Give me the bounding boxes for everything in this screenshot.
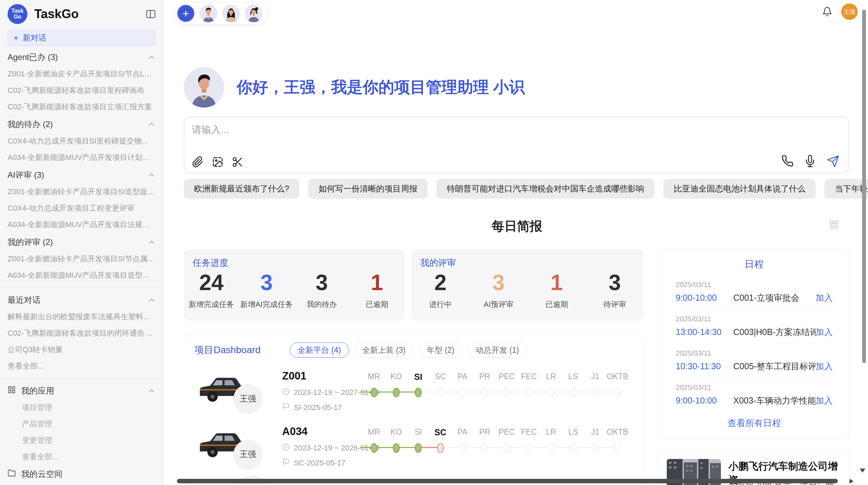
sidebar-item[interactable]: A034-全新新能源MUV产品开发项目造型可行性评审 [0, 267, 163, 284]
add-member-button[interactable]: + [177, 4, 195, 22]
view-all-schedule-link[interactable]: 查看所有日程 [676, 417, 833, 429]
join-link[interactable]: 加入 [816, 326, 833, 338]
milestone-label: KO [390, 427, 402, 437]
milestone-node [415, 443, 422, 453]
chevron-up-icon[interactable] [147, 296, 156, 304]
sidebar-item[interactable]: C02-飞腾新能源轻客改款项目里程碑画布 [0, 82, 163, 99]
dashboard-tab[interactable]: 动总开发 (1) [468, 343, 527, 358]
milestone-label: PEC [499, 372, 515, 381]
topbar-right: 王强 [822, 3, 858, 20]
suggestion-chip[interactable]: 如何写一份清晰的项目周报 [308, 179, 427, 199]
chevron-up-icon[interactable] [147, 120, 156, 128]
milestone-node [437, 443, 444, 453]
phone-icon[interactable] [781, 155, 794, 168]
sidebar-item[interactable]: 产品管理 [0, 416, 163, 432]
sidebar-item[interactable]: Z001-全新燃油轻卡产品开发项目SI节点属性5D文件评审 [0, 251, 163, 267]
group-title: 我的待办 (2) [8, 119, 53, 130]
user-avatar[interactable]: 王强 [841, 3, 858, 20]
sidebar-item[interactable]: C02-飞腾新能源轻客改款项目立项汇报方案 [0, 99, 163, 115]
sidebar-item[interactable]: 解释最新出台的欧盟报废车法规再生塑料比例被调至15%... [0, 309, 163, 325]
schedule-event: 2025/03/1110:30-11:30C005-整车工程目标评审加入 [676, 344, 833, 378]
image-attach-icon[interactable] [212, 156, 224, 168]
sidebar-item[interactable]: A034-全新新能源MUV产品开发项目计划变更表编写 [0, 149, 163, 166]
chevron-up-icon[interactable] [147, 238, 156, 246]
chevron-up-icon[interactable] [147, 53, 156, 61]
sidebar-item-award-icon[interactable]: 我的收藏 [0, 483, 163, 485]
event-title: X003-车辆动力学性能验... [733, 395, 816, 406]
sidebar-group: 最近对话解释最新出台的欧盟报废车法规再生塑料比例被调至15%...C02-飞腾新… [0, 291, 163, 374]
scroll-right-arrow[interactable] [849, 479, 854, 484]
send-icon[interactable] [827, 155, 840, 168]
sidebar-item[interactable]: 变更管理 [0, 432, 163, 449]
milestone-timeline: MRKOSISCPAPRPECFECLRLSJ1OKTB [374, 372, 617, 410]
sidebar-item[interactable]: A034-全新新能源MUV产品开发项目法规符合性评审 [0, 216, 163, 233]
dashboard-tab[interactable]: 年型 (2) [419, 343, 462, 358]
stat-label: 新增AI完成任务 [239, 299, 294, 310]
join-link[interactable]: 加入 [816, 292, 833, 303]
sidebar-item[interactable]: Z001-全新燃油轻卡产品开发项目SI造型提交物评审 [0, 184, 163, 200]
sidebar-group-header[interactable]: AI评审 (3) [0, 166, 163, 184]
suggestion-chip[interactable]: 比亚迪全固态电池计划具体说了什么 [663, 179, 816, 199]
join-link[interactable]: 加入 [816, 395, 833, 406]
suggestion-chip[interactable]: 特朗普可能对进口汽车增税会对中国车企造成哪些影响 [436, 179, 654, 199]
project-row[interactable]: 王强Z0012023-12-19 ~ 2027-01-19SI-2025-05-… [184, 367, 643, 419]
schedule-title: 日程 [676, 258, 833, 271]
member-avatar[interactable] [222, 4, 240, 22]
sidebar-group-header[interactable]: 最近对话 [0, 291, 163, 309]
member-avatar[interactable] [245, 4, 263, 22]
member-avatar[interactable] [200, 4, 217, 22]
suggestion-chip[interactable]: 欧洲新规最近颁布了什么? [184, 179, 299, 199]
new-chat-button[interactable]: + 新对话 [8, 29, 156, 46]
sidebar-item[interactable]: 查看全部... [0, 449, 163, 465]
scroll-down-arrow[interactable] [860, 469, 865, 473]
stat-card-title: 任务进度 [193, 257, 228, 269]
event-title: C003|H0B-方案冻结评审 [733, 326, 816, 338]
chevron-up-icon[interactable] [147, 171, 156, 179]
event-time: 9:00-10:00 [676, 396, 733, 406]
stat-label: 已逾期 [528, 299, 586, 310]
sidebar-item[interactable]: C02-飞腾新能源轻客改款项目的闭环通告反馈情况 [0, 325, 163, 341]
event-date: 2025/03/11 [676, 315, 833, 323]
stat: 3AI预评审 [470, 271, 528, 310]
composer-actions [781, 155, 840, 168]
project-row[interactable]: 王强A0342023-12-19 ~ 2026-01-19SC-2025-05-… [184, 423, 643, 474]
paperclip-icon[interactable] [192, 156, 204, 168]
microphone-icon[interactable] [804, 155, 816, 168]
dashboard-tab[interactable]: 全新平台 (4) [290, 343, 349, 358]
stat-label: 待评审 [586, 299, 644, 310]
sidebar-collapse-icon[interactable] [145, 9, 156, 20]
sidebar-group-header[interactable]: 我的应用 [0, 382, 163, 399]
stat-label: 已逾期 [349, 299, 405, 310]
sidebar-item-folder-icon[interactable]: 我的云空间 [0, 465, 163, 483]
sidebar-item[interactable]: 查看全部... [0, 358, 163, 374]
sidebar: Task Go TaskGo + 新对话 Agent已办 (3)Z001-全新燃… [0, 0, 164, 485]
project-dates: 2023-12-19 ~ 2026-01-19 [294, 444, 379, 452]
notification-bell-icon[interactable] [822, 7, 832, 17]
scissors-icon[interactable] [232, 156, 243, 168]
stat-value: 24 [184, 271, 239, 295]
horizontal-scrollbar[interactable] [177, 479, 838, 483]
milestone-label: PA [458, 427, 468, 437]
sidebar-item[interactable]: C0X4-动力总成开发项目SI里程碑提交物检查 [0, 133, 163, 149]
vertical-scrollbar[interactable] [862, 10, 866, 363]
sidebar-group-header[interactable]: 我的评审 (2) [0, 233, 163, 251]
suggestion-chip[interactable]: 当下年轻人对汽车外观有怎样的喜好趋势 [824, 179, 868, 199]
chevron-up-icon[interactable] [147, 387, 156, 395]
daily-brief-title: 每日简报 [492, 219, 542, 233]
sidebar-item[interactable]: Z001-全新燃油皮卡产品开发项目SI节点Lesson Learn报告 [0, 66, 163, 82]
sidebar-item[interactable]: 公司Q3轻卡销量 [0, 341, 163, 358]
group-title: AI评审 (3) [8, 170, 44, 181]
dashboard-tab[interactable]: 全新上装 (3) [354, 343, 414, 358]
milestone-node [614, 443, 621, 453]
sidebar-group-header[interactable]: Agent已办 (3) [0, 48, 163, 66]
stat-label: 我的待办 [294, 299, 349, 310]
project-code: Z001 [282, 370, 379, 382]
sidebar-item[interactable]: C0X4-动力总成开发项目工程变更评审 [0, 200, 163, 216]
schedule-events: 2025/03/119:00-10:00C001-立项审批会加入2025/03/… [676, 276, 833, 412]
sidebar-group-header[interactable]: 我的待办 (2) [0, 115, 163, 133]
message-input[interactable] [192, 123, 603, 144]
milestone-node [415, 388, 422, 397]
sidebar-item[interactable]: 项目管理 [0, 399, 163, 416]
join-link[interactable]: 加入 [816, 361, 833, 372]
layout-grid-icon[interactable] [829, 220, 839, 231]
